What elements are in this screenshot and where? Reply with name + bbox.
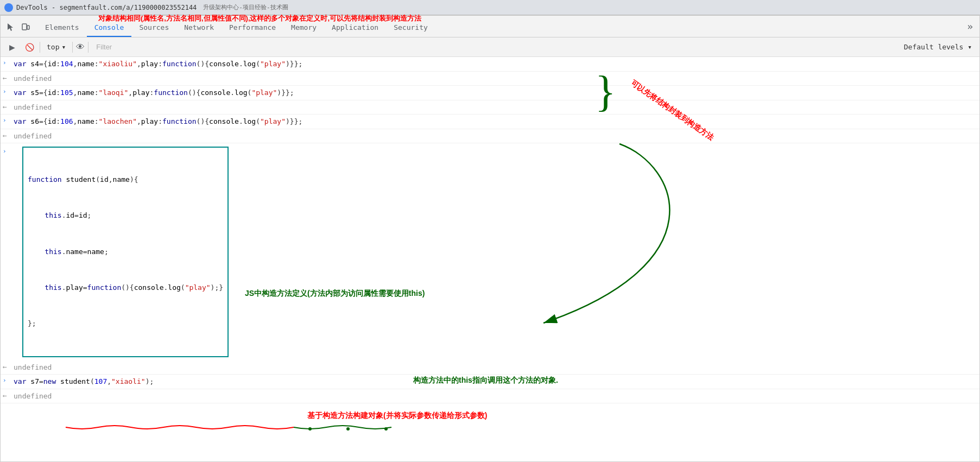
context-label: top (47, 43, 59, 51)
tab-memory[interactable]: Memory (283, 16, 324, 37)
console-line-s5-output: ← undefined (1, 100, 979, 115)
console-line-s7-input: › var s7=new student(107,"xiaoli"); (1, 375, 979, 389)
console-line-s4-output: ← undefined (1, 72, 979, 86)
s5-code[interactable]: var s5={id:105,name:"laoqi",play:functio… (11, 86, 979, 99)
devtools-container: 对象结构相同(属性名,方法名相同,但属性值不同),这样的多个对象在定义时,可以先… (0, 15, 980, 462)
svg-marker-0 (8, 23, 13, 31)
device-icon-btn[interactable] (18, 20, 33, 35)
execute-button[interactable]: ▶ (5, 40, 19, 54)
toolbar-divider3 (88, 42, 88, 53)
toolbar-divider2 (72, 42, 73, 53)
svg-point-9 (308, 427, 312, 431)
constructor-line-3: this.name=name; (28, 246, 223, 258)
eye-icon[interactable]: 👁 (76, 42, 85, 52)
constructor-input-arrow: › (1, 144, 11, 155)
console-line-s5-input: › var s5={id:105,name:"laoqi",play:funct… (1, 86, 979, 100)
devtools-nav: 对象结构相同(属性名,方法名相同,但属性值不同),这样的多个对象在定义时,可以先… (1, 16, 979, 37)
input-arrow-s5: › (1, 86, 11, 95)
tab-performance[interactable]: Performance (222, 16, 283, 37)
constructor-box[interactable]: function student(id,name){ this.id=id; t… (22, 147, 229, 357)
cursor-icon-btn[interactable] (3, 20, 18, 35)
input-arrow-s6: › (1, 115, 11, 124)
levels-label: Default levels ▾ (904, 43, 972, 51)
s5-output: undefined (11, 101, 979, 114)
clear-button[interactable]: 🚫 (22, 40, 36, 54)
console-toolbar: ▶ 🚫 top ▾ 👁 Default levels ▾ (1, 37, 979, 57)
tab-console[interactable]: Console (87, 16, 132, 37)
levels-button[interactable]: Default levels ▾ (901, 42, 975, 52)
console-line-s6-output: ← undefined (1, 129, 979, 144)
constructor-line-4: this.play=function(){console.log("play")… (28, 282, 223, 294)
s7-code[interactable]: var s7=new student(107,"xiaoli"); (11, 375, 979, 388)
nav-icons (3, 20, 33, 37)
favicon-icon (4, 3, 13, 12)
toolbar-divider (40, 42, 40, 53)
constructor-line-1: function student(id,name){ (28, 174, 223, 186)
context-dropdown-icon: ▾ (61, 43, 66, 51)
console-line-s6-input: › var s6={id:106,name:"laochen",play:fun… (1, 115, 979, 129)
s4-output: undefined (11, 72, 979, 85)
console-area: } 可以先将结构封装到构造方法 JS中构造方法定义(方法内部为访问属性需要使用t… (1, 57, 979, 403)
svg-point-11 (384, 427, 388, 431)
s7-output: undefined (11, 390, 979, 403)
constructor-line-5: }; (28, 318, 223, 330)
filter-input[interactable] (92, 41, 897, 53)
title-bar: DevTools - segmentfault.com/a/1190000023… (0, 0, 980, 15)
context-selector[interactable]: top ▾ (43, 42, 69, 52)
console-line-s7-output: ← undefined (1, 389, 979, 404)
output-arrow-s4: ← (1, 72, 11, 82)
svg-rect-1 (22, 24, 27, 30)
tab-security[interactable]: Security (386, 16, 435, 37)
tab-application[interactable]: Application (324, 16, 386, 37)
output-arrow-s6: ← (1, 130, 11, 140)
tab-elements[interactable]: Elements (37, 16, 87, 37)
constructor-output: undefined (11, 361, 979, 374)
console-line-s4-input: › var s4={id:104,name:"xiaoliu",play:fun… (1, 57, 979, 72)
svg-rect-2 (27, 26, 29, 29)
constructor-function-block: › function student(id,name){ this.id=id;… (1, 143, 979, 360)
more-tabs-button[interactable]: » (963, 18, 977, 34)
svg-text:基于构造方法构建对象(并将实际参数传递给形式参数): 基于构造方法构建对象(并将实际参数传递给形式参数) (307, 411, 487, 420)
console-line-constructor-output: ← undefined (1, 360, 979, 375)
output-arrow-s7: ← (1, 390, 11, 400)
output-arrow-s5: ← (1, 101, 11, 111)
s6-output: undefined (11, 130, 979, 143)
input-arrow-s7: › (1, 375, 11, 384)
s4-code[interactable]: var s4={id:104,name:"xiaoliu",play:funct… (11, 58, 979, 71)
page-subtitle: 升级架构中心-项目经验-技术圈 (203, 3, 288, 11)
tab-sources[interactable]: Sources (131, 16, 176, 37)
constructor-line-2: this.id=id; (28, 210, 223, 221)
s6-code[interactable]: var s6={id:106,name:"laochen",play:funct… (11, 115, 979, 128)
output-arrow-constructor: ← (1, 361, 11, 371)
svg-point-10 (346, 427, 350, 431)
tab-network[interactable]: Network (176, 16, 222, 37)
page-title: DevTools - segmentfault.com/a/1190000023… (16, 4, 197, 11)
input-arrow-s4: › (1, 58, 11, 66)
